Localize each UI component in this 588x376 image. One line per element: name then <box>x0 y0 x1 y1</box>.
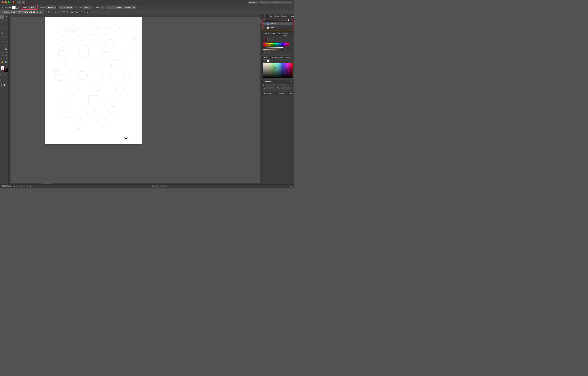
stroke-indicator[interactable] <box>2 68 6 71</box>
layer-4-arrow-icon[interactable]: ▶ <box>266 23 267 24</box>
swatch-tan[interactable] <box>263 49 265 50</box>
swatch-gray6[interactable] <box>277 47 279 48</box>
transform-menu-icon[interactable]: ≡ <box>291 81 292 82</box>
layers-icon-5[interactable]: 📋 <box>287 19 290 21</box>
palette-icon-4[interactable]: 🗑 <box>268 52 270 54</box>
layers-icon-4[interactable]: ⊞ <box>285 19 287 21</box>
swatch-orange[interactable] <box>265 43 267 44</box>
layers-icon-1[interactable]: ⊞ <box>279 19 280 21</box>
swatch-gray-dark[interactable] <box>265 47 267 48</box>
opacity-input[interactable] <box>83 6 91 9</box>
link-icon[interactable]: 🔗 <box>276 87 278 89</box>
paragraph-tab[interactable]: Paragraph <box>274 92 286 95</box>
swatch-bg-box[interactable] <box>265 39 268 41</box>
stroke-small-icon[interactable]: ▣ <box>0 73 2 77</box>
swatch-dark-rose[interactable] <box>287 45 289 46</box>
color-tab[interactable]: Color <box>262 56 270 59</box>
w-input[interactable] <box>266 87 275 89</box>
ellipse-tool[interactable]: ○ <box>4 31 8 35</box>
swatch-white[interactable] <box>281 47 283 48</box>
bar-chart-tool[interactable]: ▦ <box>4 47 8 51</box>
transparency-tab[interactable]: Transparency <box>270 56 285 59</box>
swatch-dark-teal[interactable] <box>275 45 277 46</box>
palette-icon-2[interactable]: □ <box>265 52 266 54</box>
warp-tool[interactable]: 〜 <box>0 43 4 47</box>
nav-button-2[interactable]: ◁ <box>16 185 19 188</box>
swatch-dark-yellow2[interactable] <box>269 45 271 46</box>
swatch-tan4[interactable] <box>269 49 271 50</box>
style-preview[interactable] <box>100 6 104 9</box>
tab-close-1[interactable]: × <box>46 11 47 13</box>
mesh-tool[interactable]: ⊞ <box>4 56 8 60</box>
search-stock-input[interactable] <box>259 1 292 4</box>
swatch-red[interactable] <box>263 43 265 44</box>
x-input[interactable] <box>266 84 275 87</box>
color-picker-gradient[interactable]: 8 <box>263 63 293 78</box>
zoom-tool[interactable]: 🔍 <box>4 60 8 64</box>
swatches-menu-icon[interactable]: ≡ <box>291 33 292 35</box>
swatch-tan2[interactable] <box>265 49 267 50</box>
swatch-pink[interactable] <box>287 43 289 44</box>
artboards-tab[interactable]: Artboards <box>262 14 273 18</box>
blend-tool[interactable]: ∞ <box>0 47 4 51</box>
swatch-dark-pink[interactable] <box>285 45 287 46</box>
palette-icon-1[interactable]: ◫ <box>263 52 264 54</box>
next-artboard-button[interactable]: ▶ <box>29 185 32 188</box>
arc-tool[interactable]: ⌒ <box>4 27 8 31</box>
stroke-swatch[interactable] <box>15 6 19 9</box>
swatch-cyan[interactable] <box>277 43 279 44</box>
swatch-tan3[interactable] <box>267 49 269 50</box>
none-icon[interactable]: ⊘ <box>6 73 9 77</box>
swatch-brown6[interactable] <box>281 49 283 50</box>
nav-button-3[interactable]: ▷ <box>26 185 29 188</box>
libraries-tab[interactable]: Libraries <box>280 14 290 18</box>
swatch-gray3[interactable] <box>271 47 273 48</box>
pencil-tool[interactable]: ✏ <box>4 35 8 39</box>
gradient-small-icon[interactable]: ▤ <box>2 73 6 77</box>
swatch-gray[interactable] <box>267 47 269 48</box>
swatch-dark-orange[interactable] <box>265 45 267 46</box>
zoom-select[interactable]: 121.87% <box>1 185 12 188</box>
brush-icon[interactable]: ✏ <box>22 0 25 4</box>
swatch-brown2[interactable] <box>273 49 275 50</box>
width-tool[interactable]: ⟺ <box>4 43 8 47</box>
layer-1-visibility-icon[interactable]: 👁 <box>263 27 265 28</box>
type-tool[interactable]: T <box>4 23 8 27</box>
swatch-brown[interactable] <box>271 49 273 50</box>
layer-row-4[interactable]: 👁 ▶ Layer 4 <box>263 22 293 26</box>
swatch-gray5[interactable] <box>275 47 277 48</box>
list-view-icon[interactable]: ≡ <box>269 38 271 41</box>
grid-view-icon[interactable]: ⊞ <box>271 38 273 41</box>
grid-icon[interactable]: ⊞ <box>17 0 21 4</box>
swatch-dark-red[interactable] <box>263 45 265 46</box>
color-fg-box[interactable] <box>263 59 266 62</box>
swatch-magenta[interactable] <box>285 43 287 44</box>
swatch-dark-yellow[interactable] <box>267 45 269 46</box>
swatch-dark-cyan[interactable] <box>277 45 279 46</box>
swatch-cyan-green[interactable] <box>275 43 277 44</box>
fullscreen-button[interactable] <box>8 1 10 3</box>
rectangle-tool[interactable]: □ <box>0 31 4 35</box>
pen-tool[interactable]: ✒ <box>0 23 4 27</box>
tab-0[interactable]: × Untitled-1* @ 121.87% (CMYK/GPU Previe… <box>0 10 44 14</box>
opentype-tab[interactable]: OpenType <box>286 92 294 95</box>
artboard-tool[interactable]: ⬜ <box>1 83 7 87</box>
swatch-brown3[interactable] <box>275 49 277 50</box>
color-picker-cursor[interactable] <box>274 68 276 70</box>
tab-close-0[interactable]: × <box>2 11 3 13</box>
scissors-tool[interactable]: ✂ <box>0 51 4 55</box>
swatch-green[interactable] <box>273 43 275 44</box>
canvas-scrollbar-v[interactable] <box>260 14 262 184</box>
swatch-gray7[interactable] <box>279 47 281 48</box>
gradient-tab[interactable]: Gradient <box>285 56 294 59</box>
swatch-blue2[interactable] <box>281 43 283 44</box>
uniform-select[interactable]: Uniform <box>46 6 57 9</box>
paintbrush-tool[interactable]: 🖌 <box>0 35 4 39</box>
swatch-dark-violet[interactable] <box>281 45 283 46</box>
layout-button[interactable]: Layout ▾ <box>248 1 258 4</box>
swatch-dark-blue[interactable] <box>279 45 281 46</box>
round-cap-select[interactable]: 5 pt. Round <box>59 6 73 9</box>
close-button[interactable] <box>2 1 4 3</box>
hand-tool[interactable]: ✋ <box>0 60 4 64</box>
minimize-button[interactable] <box>5 1 7 3</box>
